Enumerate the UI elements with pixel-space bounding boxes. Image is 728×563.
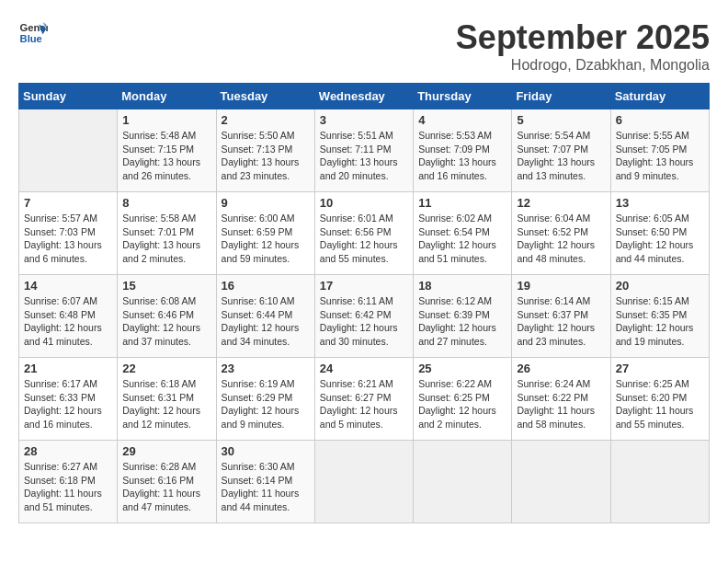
day-number: 20 (616, 279, 704, 293)
day-info: Sunrise: 5:55 AM Sunset: 7:05 PM Dayligh… (616, 129, 704, 183)
calendar-cell: 3Sunrise: 5:51 AM Sunset: 7:11 PM Daylig… (314, 109, 413, 192)
day-info: Sunrise: 5:58 AM Sunset: 7:01 PM Dayligh… (122, 212, 210, 266)
day-number: 21 (24, 362, 112, 375)
week-row-2: 7Sunrise: 5:57 AM Sunset: 7:03 PM Daylig… (19, 192, 710, 275)
calendar-cell (414, 441, 512, 523)
calendar-cell: 7Sunrise: 5:57 AM Sunset: 7:03 PM Daylig… (19, 192, 118, 275)
month-title: September 2025 (456, 18, 710, 57)
day-info: Sunrise: 6:04 AM Sunset: 6:52 PM Dayligh… (517, 212, 605, 266)
calendar-cell: 10Sunrise: 6:01 AM Sunset: 6:56 PM Dayli… (314, 192, 413, 275)
day-info: Sunrise: 6:08 AM Sunset: 6:46 PM Dayligh… (122, 294, 210, 349)
day-info: Sunrise: 6:30 AM Sunset: 6:14 PM Dayligh… (222, 460, 310, 514)
calendar-cell: 2Sunrise: 5:50 AM Sunset: 7:13 PM Daylig… (216, 109, 314, 192)
day-info: Sunrise: 6:12 AM Sunset: 6:39 PM Dayligh… (418, 294, 506, 349)
day-number: 17 (320, 279, 408, 293)
day-info: Sunrise: 6:19 AM Sunset: 6:29 PM Dayligh… (222, 377, 310, 431)
calendar-header-row: SundayMondayTuesdayWednesdayThursdayFrid… (19, 84, 710, 109)
calendar-cell (314, 441, 413, 523)
calendar-cell: 9Sunrise: 6:00 AM Sunset: 6:59 PM Daylig… (216, 192, 314, 275)
day-header-monday: Monday (118, 84, 216, 109)
day-number: 12 (517, 196, 605, 210)
day-header-tuesday: Tuesday (216, 84, 314, 109)
calendar-cell (19, 109, 118, 192)
day-info: Sunrise: 5:54 AM Sunset: 7:07 PM Dayligh… (517, 129, 605, 183)
calendar-cell: 22Sunrise: 6:18 AM Sunset: 6:31 PM Dayli… (118, 358, 216, 441)
day-number: 8 (122, 196, 210, 210)
day-info: Sunrise: 6:17 AM Sunset: 6:33 PM Dayligh… (24, 377, 112, 431)
day-info: Sunrise: 5:57 AM Sunset: 7:03 PM Dayligh… (24, 212, 112, 266)
day-info: Sunrise: 6:21 AM Sunset: 6:27 PM Dayligh… (320, 377, 408, 431)
calendar-cell: 21Sunrise: 6:17 AM Sunset: 6:33 PM Dayli… (19, 358, 118, 441)
calendar-cell: 19Sunrise: 6:14 AM Sunset: 6:37 PM Dayli… (512, 275, 610, 358)
logo: General Blue (18, 18, 48, 48)
day-number: 26 (517, 362, 605, 375)
calendar-cell: 18Sunrise: 6:12 AM Sunset: 6:39 PM Dayli… (414, 275, 512, 358)
calendar-cell: 25Sunrise: 6:22 AM Sunset: 6:25 PM Dayli… (414, 358, 512, 441)
day-info: Sunrise: 6:05 AM Sunset: 6:50 PM Dayligh… (616, 212, 704, 266)
day-number: 27 (616, 362, 704, 375)
calendar-cell (512, 441, 610, 523)
day-header-wednesday: Wednesday (314, 84, 413, 109)
calendar-cell: 14Sunrise: 6:07 AM Sunset: 6:48 PM Dayli… (19, 275, 118, 358)
calendar-cell: 24Sunrise: 6:21 AM Sunset: 6:27 PM Dayli… (314, 358, 413, 441)
day-header-saturday: Saturday (610, 84, 709, 109)
calendar-cell: 26Sunrise: 6:24 AM Sunset: 6:22 PM Dayli… (512, 358, 610, 441)
day-number: 13 (616, 196, 704, 210)
day-info: Sunrise: 6:10 AM Sunset: 6:44 PM Dayligh… (222, 294, 310, 349)
calendar-cell: 16Sunrise: 6:10 AM Sunset: 6:44 PM Dayli… (216, 275, 314, 358)
day-info: Sunrise: 5:50 AM Sunset: 7:13 PM Dayligh… (222, 129, 310, 183)
logo-icon: General Blue (18, 18, 48, 48)
calendar-cell: 23Sunrise: 6:19 AM Sunset: 6:29 PM Dayli… (216, 358, 314, 441)
day-number: 5 (517, 113, 605, 127)
day-info: Sunrise: 6:28 AM Sunset: 6:16 PM Dayligh… (122, 460, 210, 514)
day-number: 15 (122, 279, 210, 293)
day-number: 2 (222, 113, 310, 127)
day-number: 29 (122, 444, 210, 458)
day-info: Sunrise: 6:25 AM Sunset: 6:20 PM Dayligh… (616, 377, 704, 431)
day-info: Sunrise: 6:11 AM Sunset: 6:42 PM Dayligh… (320, 294, 408, 349)
calendar-cell: 12Sunrise: 6:04 AM Sunset: 6:52 PM Dayli… (512, 192, 610, 275)
day-info: Sunrise: 6:22 AM Sunset: 6:25 PM Dayligh… (418, 377, 506, 431)
day-number: 28 (24, 444, 112, 458)
day-info: Sunrise: 6:14 AM Sunset: 6:37 PM Dayligh… (517, 294, 605, 349)
day-info: Sunrise: 6:01 AM Sunset: 6:56 PM Dayligh… (320, 212, 408, 266)
day-info: Sunrise: 6:24 AM Sunset: 6:22 PM Dayligh… (517, 377, 605, 431)
day-header-sunday: Sunday (19, 84, 118, 109)
day-number: 11 (418, 196, 506, 210)
day-info: Sunrise: 5:51 AM Sunset: 7:11 PM Dayligh… (320, 129, 408, 183)
calendar-cell: 13Sunrise: 6:05 AM Sunset: 6:50 PM Dayli… (610, 192, 709, 275)
title-block: September 2025 Hodrogo, Dzabkhan, Mongol… (456, 18, 710, 74)
day-number: 1 (122, 113, 210, 127)
day-header-thursday: Thursday (414, 84, 512, 109)
day-number: 14 (24, 279, 112, 293)
day-info: Sunrise: 6:27 AM Sunset: 6:18 PM Dayligh… (24, 460, 112, 514)
calendar-cell: 17Sunrise: 6:11 AM Sunset: 6:42 PM Dayli… (314, 275, 413, 358)
calendar-table: SundayMondayTuesdayWednesdayThursdayFrid… (18, 83, 710, 523)
svg-text:Blue: Blue (20, 33, 42, 44)
day-info: Sunrise: 5:53 AM Sunset: 7:09 PM Dayligh… (418, 129, 506, 183)
day-info: Sunrise: 6:07 AM Sunset: 6:48 PM Dayligh… (24, 294, 112, 349)
day-number: 22 (122, 362, 210, 375)
day-number: 10 (320, 196, 408, 210)
calendar-cell: 5Sunrise: 5:54 AM Sunset: 7:07 PM Daylig… (512, 109, 610, 192)
day-number: 19 (517, 279, 605, 293)
week-row-5: 28Sunrise: 6:27 AM Sunset: 6:18 PM Dayli… (19, 441, 710, 523)
week-row-3: 14Sunrise: 6:07 AM Sunset: 6:48 PM Dayli… (19, 275, 710, 358)
calendar-cell: 6Sunrise: 5:55 AM Sunset: 7:05 PM Daylig… (610, 109, 709, 192)
week-row-4: 21Sunrise: 6:17 AM Sunset: 6:33 PM Dayli… (19, 358, 710, 441)
day-number: 7 (24, 196, 112, 210)
day-number: 3 (320, 113, 408, 127)
day-number: 18 (418, 279, 506, 293)
calendar-cell (610, 441, 709, 523)
day-info: Sunrise: 6:02 AM Sunset: 6:54 PM Dayligh… (418, 212, 506, 266)
day-info: Sunrise: 6:00 AM Sunset: 6:59 PM Dayligh… (222, 212, 310, 266)
day-number: 24 (320, 362, 408, 375)
day-info: Sunrise: 6:18 AM Sunset: 6:31 PM Dayligh… (122, 377, 210, 431)
day-number: 23 (222, 362, 310, 375)
day-number: 6 (616, 113, 704, 127)
calendar-cell: 11Sunrise: 6:02 AM Sunset: 6:54 PM Dayli… (414, 192, 512, 275)
page-header: General Blue September 2025 Hodrogo, Dza… (18, 18, 710, 74)
calendar-cell: 29Sunrise: 6:28 AM Sunset: 6:16 PM Dayli… (118, 441, 216, 523)
day-header-friday: Friday (512, 84, 610, 109)
day-info: Sunrise: 6:15 AM Sunset: 6:35 PM Dayligh… (616, 294, 704, 349)
